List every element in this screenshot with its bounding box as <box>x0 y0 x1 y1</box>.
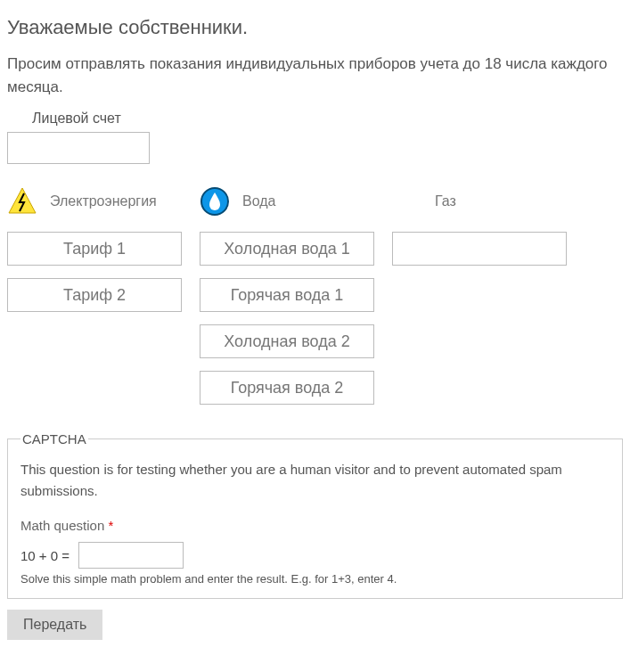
math-label-text: Math question <box>20 518 104 533</box>
account-input[interactable] <box>7 132 150 164</box>
electricity-label: Электроэнергия <box>50 193 157 209</box>
math-help-text: Solve this simple math problem and enter… <box>20 572 610 586</box>
page-title: Уважаемые собственники. <box>7 16 623 39</box>
water-label: Вода <box>242 193 275 209</box>
svg-marker-0 <box>9 188 36 213</box>
gas-input[interactable] <box>392 232 567 266</box>
water-header: Вода <box>200 184 374 219</box>
captcha-legend: CAPTCHA <box>20 431 88 447</box>
gas-header: Газ <box>392 184 567 219</box>
column-electricity: Электроэнергия <box>7 184 182 417</box>
math-question-text: 10 + 0 = <box>20 548 70 563</box>
intro-text: Просим отправлять показания индивидуальн… <box>7 53 623 98</box>
math-answer-input[interactable] <box>78 542 184 569</box>
hot-water-1-input[interactable] <box>200 278 374 312</box>
column-water: Вода <box>200 184 374 417</box>
account-label: Лицевой счет <box>32 111 623 127</box>
submit-button[interactable]: Передать <box>7 610 102 640</box>
cold-water-1-input[interactable] <box>200 232 374 266</box>
tariff-2-input[interactable] <box>7 278 182 312</box>
math-question-label: Math question * <box>20 518 610 533</box>
captcha-description: This question is for testing whether you… <box>20 459 610 502</box>
captcha-fieldset: CAPTCHA This question is for testing whe… <box>7 431 623 599</box>
required-mark: * <box>108 518 113 533</box>
tariff-1-input[interactable] <box>7 232 182 266</box>
gas-label: Газ <box>435 193 456 209</box>
column-gas: Газ <box>392 184 567 417</box>
hot-water-2-input[interactable] <box>200 371 374 405</box>
water-icon <box>200 186 230 217</box>
cold-water-2-input[interactable] <box>200 324 374 358</box>
electricity-header: Электроэнергия <box>7 184 182 219</box>
gas-icon <box>392 186 422 217</box>
electricity-icon <box>7 186 37 217</box>
